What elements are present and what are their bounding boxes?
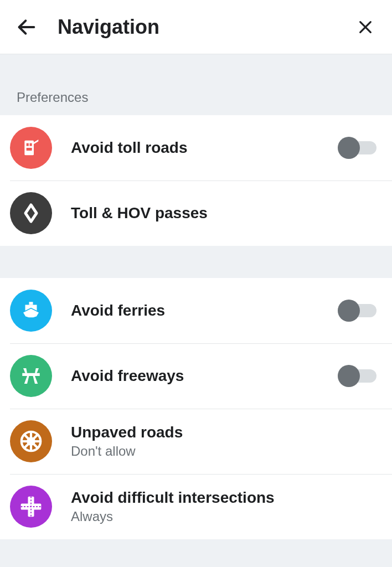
row-text: Avoid toll roads — [71, 139, 338, 157]
bottom-gap — [0, 539, 392, 555]
toll-icon — [10, 127, 52, 169]
row-avoid-toll-roads[interactable]: Avoid toll roads — [0, 115, 392, 181]
row-avoid-freeways[interactable]: Avoid freeways — [0, 343, 392, 409]
row-text: Avoid difficult intersections Always — [71, 489, 376, 524]
wheel-icon — [10, 420, 52, 462]
row-text: Toll & HOV passes — [71, 204, 376, 222]
diamond-icon — [10, 192, 52, 234]
preferences-list-2: Avoid ferries Avoid freeways — [0, 278, 392, 539]
header: Navigation — [0, 0, 392, 54]
row-unpaved-roads[interactable]: Unpaved roads Don't allow — [0, 409, 392, 474]
row-title: Unpaved roads — [71, 424, 376, 441]
arrow-left-icon — [16, 16, 38, 38]
svg-rect-7 — [29, 302, 33, 305]
row-title: Avoid ferries — [71, 302, 338, 319]
svg-line-17 — [24, 444, 29, 448]
row-avoid-ferries[interactable]: Avoid ferries — [0, 278, 392, 343]
row-text: Avoid freeways — [71, 367, 338, 385]
svg-line-14 — [24, 435, 29, 439]
section-gap — [0, 246, 392, 278]
close-button[interactable] — [354, 18, 376, 36]
svg-rect-6 — [27, 148, 32, 151]
row-subtitle: Don't allow — [71, 444, 376, 459]
svg-line-16 — [33, 435, 38, 439]
section-heading-preferences: Preferences — [0, 54, 392, 115]
row-subtitle: Always — [71, 509, 376, 524]
row-title: Avoid freeways — [71, 367, 338, 385]
row-toll-hov-passes[interactable]: Toll & HOV passes — [0, 181, 392, 246]
row-text: Avoid ferries — [71, 302, 338, 319]
intersection-icon — [10, 486, 52, 528]
preferences-list-1: Avoid toll roads Toll & HOV passes — [0, 115, 392, 246]
ferry-icon — [10, 290, 52, 332]
row-text: Unpaved roads Don't allow — [71, 424, 376, 459]
row-title: Avoid toll roads — [71, 139, 338, 157]
back-button[interactable] — [16, 16, 42, 38]
toggle-avoid-toll-roads[interactable] — [338, 137, 376, 159]
toggle-avoid-ferries[interactable] — [338, 300, 376, 322]
page-title: Navigation — [58, 16, 354, 39]
close-icon — [357, 18, 374, 36]
freeway-icon — [10, 355, 52, 397]
row-title: Avoid difficult intersections — [71, 489, 376, 507]
row-title: Toll & HOV passes — [71, 204, 376, 222]
row-avoid-difficult-intersections[interactable]: Avoid difficult intersections Always — [0, 474, 392, 539]
toggle-avoid-freeways[interactable] — [338, 365, 376, 387]
svg-rect-4 — [27, 143, 29, 146]
svg-line-15 — [33, 444, 38, 448]
svg-rect-5 — [30, 143, 32, 146]
svg-point-9 — [28, 438, 34, 445]
